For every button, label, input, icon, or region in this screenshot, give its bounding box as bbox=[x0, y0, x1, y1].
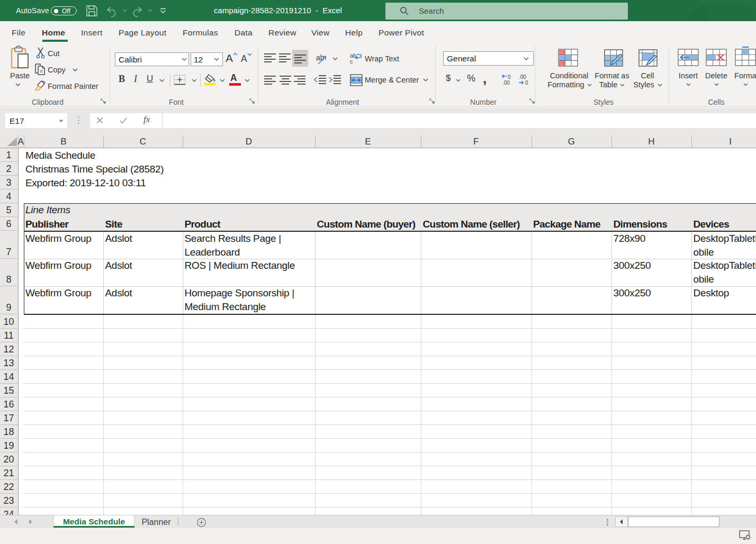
svg-text:.00: .00 bbox=[519, 74, 526, 80]
svg-text:c: c bbox=[350, 58, 353, 65]
svg-text:0: 0 bbox=[508, 74, 511, 80]
svg-text:ab: ab bbox=[316, 53, 325, 62]
svg-text:.00: .00 bbox=[502, 80, 510, 86]
svg-text:0: 0 bbox=[525, 80, 528, 86]
